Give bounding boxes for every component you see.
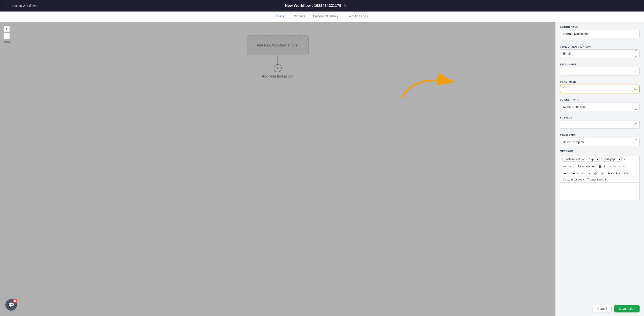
trigger-links-button[interactable]: Trigger Links ▾ (587, 178, 606, 181)
connector-line (278, 55, 278, 64)
message-toolbar-row1: System Font 12pt Paragraph I (560, 155, 640, 163)
message-toolbar-row3: ≔ ▾ ≔ ▾ ⇤ ⇥ 🔗 🖼 A ▾ A ▾ </> (560, 170, 640, 176)
from-name-field-wrapper: 🏷 (560, 67, 640, 76)
align-right-button[interactable]: ≡ (618, 164, 621, 169)
subject-tag-icon: 🏷 (634, 123, 637, 127)
trigger-links-label: Trigger Links (587, 178, 604, 181)
from-email-section: FROM EMAIL 🏷 (556, 77, 644, 95)
subject-field-wrapper: 🏷 (560, 120, 640, 129)
workflow-container: Add New Workflow Trigger + Add your firs… (246, 35, 309, 78)
subject-section: SUBJECT 🏷 (556, 113, 644, 131)
italic-button[interactable]: I (624, 157, 626, 161)
indent-button[interactable]: ⇥ (587, 171, 591, 175)
toolbar-sep3 (607, 164, 607, 168)
custom-values-label: Custom Values (563, 178, 582, 181)
notification-type-select[interactable]: Email SMS In-App (560, 49, 640, 58)
templates-select-wrapper: Select Template ⌃⌄ (560, 138, 640, 146)
from-email-field-wrapper: 🏷 (560, 85, 640, 93)
notification-type-label: TYPE OF NOTIFICATION (560, 45, 640, 48)
custom-values-chevron: ▾ (583, 178, 584, 181)
to-user-type-select[interactable]: Select User Type (560, 103, 640, 111)
paragraph-select[interactable]: Paragraph (602, 157, 622, 162)
message-label: MESSAGE (560, 150, 640, 154)
tab-enrollment-history[interactable]: Enrollment History (313, 14, 338, 19)
zoom-in-button[interactable]: + (4, 26, 10, 32)
custom-values-button[interactable]: Custom Values ▾ (563, 178, 584, 181)
from-name-tag-icon: 🏷 (634, 69, 637, 73)
subject-input[interactable] (560, 120, 640, 129)
action-name-field-wrapper (560, 30, 640, 38)
plus-icon: + (276, 66, 279, 71)
action-name-input[interactable] (560, 30, 640, 38)
back-label: Back to Workflows (12, 4, 37, 7)
save-action-button[interactable]: Save Action (614, 305, 640, 313)
templates-section: TEMPLATES Select Template ⌃⌄ (556, 131, 644, 148)
toolbar-sep2 (596, 164, 597, 168)
action-name-label: ACTION NAME (560, 26, 640, 28)
undo-button[interactable]: ↩ (562, 164, 567, 169)
link-button[interactable]: 🔗 (593, 171, 598, 175)
right-panel: ACTION NAME TYPE OF NOTIFICATION Email S… (555, 22, 644, 316)
custom-values-row: Custom Values ▾ Trigger Links ▾ (560, 176, 640, 182)
zoom-out-button[interactable]: − (4, 33, 10, 39)
notification-type-section: TYPE OF NOTIFICATION Email SMS In-App ⌃⌄ (556, 42, 644, 60)
highlight-button[interactable]: A ▾ (615, 171, 621, 175)
to-user-type-section: TO USER TYPE Select User Type ⌃⌄ (556, 95, 644, 113)
add-trigger-box[interactable]: Add New Workflow Trigger (246, 35, 309, 55)
font-select[interactable]: System Font (562, 157, 585, 162)
message-section: MESSAGE System Font 12pt Paragraph I ↩ ↪ (556, 148, 644, 202)
action-name-section: ACTION NAME (556, 22, 644, 40)
font-size-select[interactable]: 12pt (587, 157, 600, 162)
source-button[interactable]: </> (623, 171, 629, 175)
arrow-annotation (396, 66, 462, 103)
tab-builder[interactable]: Builder (276, 14, 286, 19)
workflow-title: New Workflow : 1688464221179 (285, 3, 341, 8)
templates-select[interactable]: Select Template (560, 138, 640, 146)
bold-button[interactable]: B (598, 164, 602, 169)
unordered-list-button[interactable]: ≔ ▾ (562, 171, 570, 175)
message-toolbar-row2: ↩ ↪ Paragraph B I ≡ ≡ ≡ ≡ (560, 163, 640, 170)
add-action-button[interactable]: + (274, 64, 282, 72)
ordered-list-button[interactable]: ≔ ▾ (572, 171, 579, 175)
align-left-button[interactable]: ≡ (608, 164, 612, 169)
tab-execution-logs[interactable]: Execution Logs (346, 14, 368, 19)
from-email-input[interactable] (560, 85, 640, 93)
notification-type-select-wrapper: Email SMS In-App ⌃⌄ (560, 49, 640, 58)
align-justify-button[interactable]: ≡ (622, 164, 626, 169)
message-editor[interactable] (560, 182, 640, 200)
subject-label: SUBJECT (560, 116, 640, 119)
image-button[interactable]: 🖼 (600, 171, 605, 175)
italic-button2[interactable]: I (603, 164, 606, 169)
from-name-input[interactable] (560, 67, 640, 76)
align-center-button[interactable]: ≡ (613, 164, 616, 169)
chat-icon: 💬 (8, 302, 14, 308)
chat-badge: 10 (13, 299, 17, 303)
tab-settings[interactable]: Settings (294, 14, 305, 19)
topbar-center: New Workflow : 1688464221179 ✎ (285, 3, 346, 8)
edit-title-icon[interactable]: ✎ (344, 4, 346, 8)
add-trigger-label: Add New Workflow Trigger (256, 43, 298, 48)
to-user-type-label: TO USER TYPE (560, 99, 640, 101)
font-color-button[interactable]: A ▾ (607, 171, 613, 175)
panel-footer: Cancel Save Action (556, 301, 644, 316)
redo-button[interactable]: ↪ (568, 164, 572, 169)
toolbar-sep1 (574, 164, 574, 168)
add-action-label: Add your first action (262, 74, 293, 78)
from-email-tag-icon: 🏷 (634, 87, 637, 91)
from-name-section: FROM NAME 🏷 (556, 60, 644, 77)
templates-label: TEMPLATES (560, 134, 640, 137)
topbar: ← Back to Workflows New Workflow : 16884… (0, 0, 644, 11)
from-email-label: FROM EMAIL (560, 81, 640, 83)
to-user-type-select-wrapper: Select User Type ⌃⌄ (560, 103, 640, 111)
paragraph-select2[interactable]: Paragraph (575, 164, 595, 169)
cancel-button[interactable]: Cancel (592, 305, 612, 313)
workflow-canvas: + − 100% Add New Workflow Trigger + Add … (0, 22, 555, 316)
from-name-label: FROM NAME (560, 63, 640, 66)
outdent-button[interactable]: ⇤ (580, 171, 585, 175)
back-button[interactable]: ← Back to Workflows (5, 3, 37, 8)
zoom-level: 100% (4, 41, 10, 44)
back-arrow-icon: ← (5, 3, 9, 8)
trigger-links-chevron: ▾ (605, 178, 606, 181)
chat-widget[interactable]: 💬 10 (5, 299, 17, 311)
main-area: + − 100% Add New Workflow Trigger + Add … (0, 22, 644, 316)
